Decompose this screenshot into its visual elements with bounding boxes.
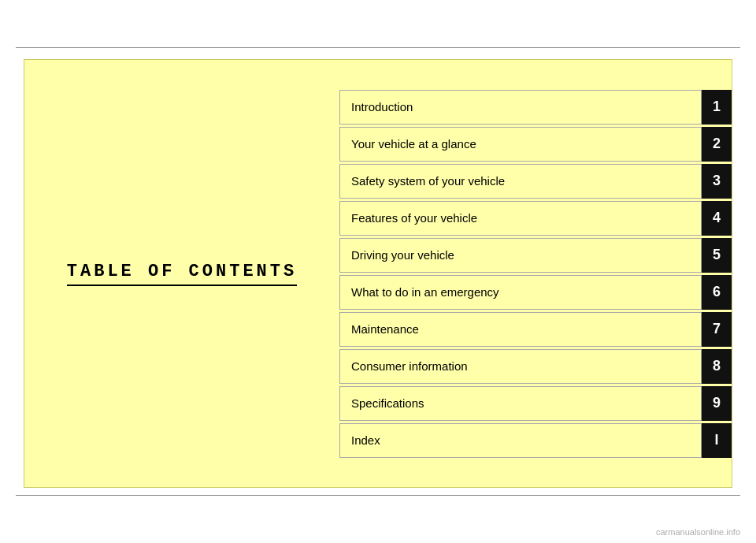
toc-item-label: Driving your vehicle <box>339 238 702 273</box>
table-row[interactable]: Your vehicle at a glance2 <box>339 127 732 162</box>
toc-item-number: 7 <box>702 312 732 347</box>
toc-item-number: 2 <box>702 127 732 162</box>
table-row[interactable]: Introduction1 <box>339 90 732 125</box>
toc-item-number: 6 <box>702 275 732 310</box>
toc-item-number: 1 <box>702 90 732 125</box>
main-container: TABLE OF CONTENTS Introduction1Your vehi… <box>24 59 732 488</box>
toc-item-label: Safety system of your vehicle <box>339 164 702 199</box>
top-rule <box>16 47 740 48</box>
table-row[interactable]: Maintenance7 <box>339 312 732 347</box>
table-row[interactable]: What to do in an emergency6 <box>339 275 732 310</box>
toc-item-label: Features of your vehicle <box>339 201 702 236</box>
watermark: carmanualsonline.info <box>656 527 740 537</box>
table-row[interactable]: Consumer information8 <box>339 349 732 384</box>
toc-list: Introduction1Your vehicle at a glance2Sa… <box>339 60 732 487</box>
toc-item-label: Specifications <box>339 386 702 421</box>
table-row[interactable]: Specifications9 <box>339 386 732 421</box>
table-row[interactable]: IndexI <box>339 423 732 458</box>
toc-item-number: 3 <box>702 164 732 199</box>
table-row[interactable]: Driving your vehicle5 <box>339 238 732 273</box>
toc-item-number: 4 <box>702 201 732 236</box>
toc-heading: TABLE OF CONTENTS <box>67 262 297 286</box>
toc-item-label: What to do in an emergency <box>339 275 702 310</box>
toc-item-label: Your vehicle at a glance <box>339 127 702 162</box>
toc-item-label: Introduction <box>339 90 702 125</box>
toc-item-number: 9 <box>702 386 732 421</box>
left-panel: TABLE OF CONTENTS <box>24 60 339 487</box>
toc-item-label: Index <box>339 423 702 458</box>
toc-item-number: I <box>702 423 732 458</box>
toc-item-label: Maintenance <box>339 312 702 347</box>
table-row[interactable]: Features of your vehicle4 <box>339 201 732 236</box>
bottom-rule <box>16 495 740 496</box>
toc-item-label: Consumer information <box>339 349 702 384</box>
toc-item-number: 5 <box>702 238 732 273</box>
toc-item-number: 8 <box>702 349 732 384</box>
table-row[interactable]: Safety system of your vehicle3 <box>339 164 732 199</box>
